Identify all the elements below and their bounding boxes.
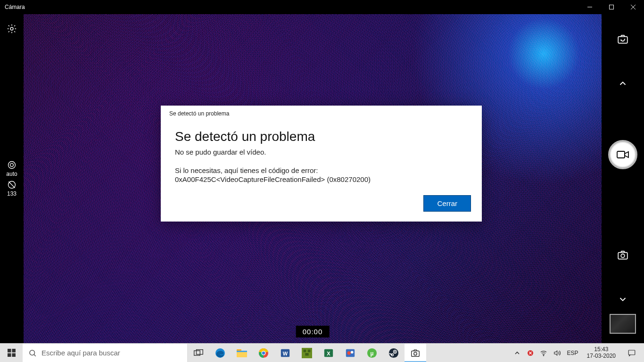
svg-point-45 xyxy=(543,355,544,355)
svg-rect-7 xyxy=(618,253,627,259)
tray-language[interactable]: ESP xyxy=(565,350,580,356)
svg-point-43 xyxy=(414,352,417,355)
svg-point-13 xyxy=(30,350,35,355)
svg-rect-29 xyxy=(308,349,311,352)
timer-button[interactable]: 133 xyxy=(7,180,17,197)
taskbar-search[interactable]: Escribe aquí para buscar xyxy=(23,344,188,362)
svg-point-35 xyxy=(351,351,354,354)
svg-point-8 xyxy=(621,254,625,258)
svg-rect-14 xyxy=(194,351,200,355)
window-controls xyxy=(579,0,644,14)
svg-rect-28 xyxy=(304,349,306,352)
minimize-button[interactable] xyxy=(579,0,601,14)
svg-rect-42 xyxy=(412,351,420,356)
svg-rect-5 xyxy=(618,37,627,43)
focus-mode-button[interactable]: auto xyxy=(6,160,17,177)
taskbar-app-generic[interactable] xyxy=(339,344,361,362)
camera-roll-thumbnail[interactable] xyxy=(610,314,636,334)
svg-text:µ: µ xyxy=(371,350,374,356)
camera-app: 00:00 auto 133 xyxy=(0,14,644,343)
focus-mode-label: auto xyxy=(6,171,17,177)
svg-point-34 xyxy=(347,351,351,354)
taskbar-chrome[interactable] xyxy=(253,344,274,362)
title-bar: Cámara xyxy=(0,0,644,14)
mode-up-button[interactable] xyxy=(618,78,628,89)
svg-rect-9 xyxy=(8,349,11,353)
search-placeholder: Escribe aquí para buscar xyxy=(41,349,120,357)
record-button[interactable] xyxy=(608,140,637,169)
taskbar: Escribe aquí para buscar W xyxy=(0,343,644,362)
mode-down-button[interactable] xyxy=(618,294,628,304)
dialog-heading: Se detectó un problema xyxy=(161,119,482,148)
tray-overflow[interactable] xyxy=(512,350,522,356)
taskbar-apps: W X µ xyxy=(188,344,426,362)
svg-rect-12 xyxy=(12,353,16,357)
right-controls xyxy=(602,14,644,343)
svg-rect-0 xyxy=(610,5,614,9)
svg-rect-30 xyxy=(305,353,308,356)
taskbar-excel[interactable]: X xyxy=(318,344,339,362)
svg-rect-10 xyxy=(12,349,16,353)
svg-point-1 xyxy=(10,27,13,30)
taskbar-steam[interactable] xyxy=(383,344,405,362)
svg-point-3 xyxy=(10,164,14,167)
svg-point-24 xyxy=(262,351,265,354)
close-button[interactable] xyxy=(622,0,644,14)
taskbar-word[interactable]: W xyxy=(274,344,296,362)
photo-mode-button[interactable] xyxy=(617,249,629,261)
dialog-close-button[interactable]: Cerrar xyxy=(424,196,471,211)
dialog-caption: Se detectó un problema xyxy=(161,106,482,119)
tray-time: 15:43 xyxy=(587,346,616,353)
svg-rect-46 xyxy=(628,350,635,355)
timer-value: 133 xyxy=(7,190,17,197)
svg-rect-11 xyxy=(8,353,11,357)
svg-point-2 xyxy=(8,162,15,169)
svg-rect-15 xyxy=(197,349,203,354)
task-view-button[interactable] xyxy=(188,344,209,362)
svg-point-40 xyxy=(394,351,396,352)
svg-rect-6 xyxy=(617,151,625,158)
tray-action-center[interactable] xyxy=(622,349,641,357)
svg-text:X: X xyxy=(327,350,330,356)
recording-timer: 00:00 xyxy=(296,326,330,337)
svg-rect-19 xyxy=(237,351,247,352)
tray-security[interactable] xyxy=(526,349,535,357)
taskbar-edge[interactable] xyxy=(209,344,231,362)
switch-camera-button[interactable] xyxy=(617,33,629,45)
settings-button[interactable] xyxy=(7,24,17,34)
maximize-button[interactable] xyxy=(601,0,622,14)
taskbar-explorer[interactable] xyxy=(231,344,253,362)
dialog-error-code: 0xA00F425C<VideoCaptureFileCreationFaile… xyxy=(161,175,482,184)
tray-clock[interactable]: 15:43 17-03-2020 xyxy=(584,346,619,360)
taskbar-utorrent[interactable]: µ xyxy=(361,344,383,362)
start-button[interactable] xyxy=(0,344,23,362)
error-dialog: Se detectó un problema Se detectó un pro… xyxy=(161,106,482,222)
svg-text:W: W xyxy=(283,350,288,356)
tray-volume[interactable] xyxy=(552,349,561,357)
window-title: Cámara xyxy=(5,4,25,10)
dialog-error-prefix: Si lo necesitas, aquí tienes el código d… xyxy=(161,166,482,175)
system-tray: ESP 15:43 17-03-2020 xyxy=(512,344,644,362)
tray-wifi[interactable] xyxy=(539,349,548,357)
taskbar-minecraft[interactable] xyxy=(296,344,318,362)
dialog-message: No se pudo guardar el vídeo. xyxy=(161,148,482,166)
taskbar-camera[interactable] xyxy=(405,344,426,362)
tray-date: 17-03-2020 xyxy=(587,353,616,360)
left-controls: auto 133 xyxy=(0,14,24,343)
